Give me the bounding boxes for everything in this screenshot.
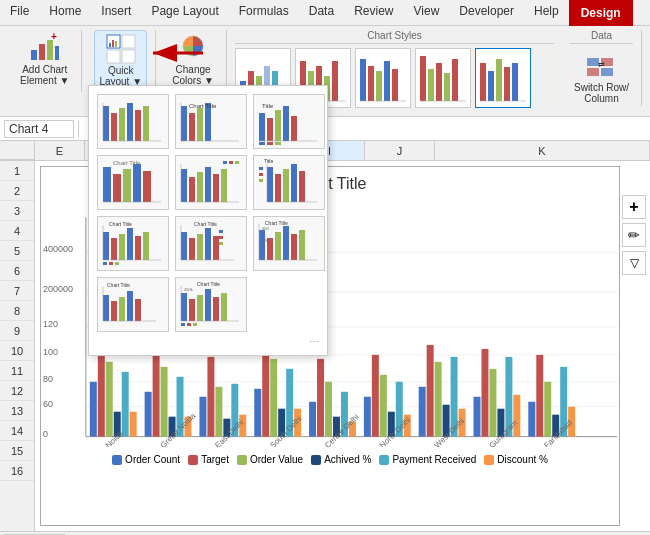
svg-rect-206 [259,230,265,260]
svg-rect-44 [587,68,599,76]
name-box[interactable]: Chart 4 [4,120,74,138]
red-arrow-indicator [148,38,208,71]
quick-layout-button[interactable]: QuickLayout ▼ [94,30,147,90]
layout-option-6[interactable]: Title [253,155,325,210]
quick-layout-group: QuickLayout ▼ [86,30,156,90]
svg-rect-115 [536,355,543,437]
layout-option-11[interactable]: Chart Title 400k [175,277,247,332]
svg-rect-185 [119,234,125,260]
legend-color-achieved [311,455,321,465]
svg-rect-8 [122,50,135,63]
svg-rect-138 [189,113,195,141]
legend-color-discount [484,455,494,465]
layout-option-8[interactable]: Chart Title [175,216,247,271]
tab-view[interactable]: View [404,0,450,25]
svg-rect-137 [181,106,187,141]
switch-icon: ⇄ [585,50,617,82]
row-header-4[interactable]: 4 [0,221,34,241]
add-chart-element-button[interactable]: + Add ChartElement ▼ [16,30,73,88]
chart-style-4[interactable] [415,48,471,108]
layout-option-1[interactable] [97,94,169,149]
row-header-6[interactable]: 6 [0,261,34,281]
svg-text:400k: 400k [184,287,193,292]
svg-rect-219 [119,297,125,321]
chart-style-3[interactable] [355,48,411,108]
tab-home[interactable]: Home [39,0,91,25]
row-header-14[interactable]: 14 [0,421,34,441]
row-header-15[interactable]: 15 [0,441,34,461]
svg-rect-153 [275,142,281,145]
svg-text:Chart Title: Chart Title [189,103,217,109]
layout-option-3[interactable]: Title [253,94,325,149]
layout-option-10[interactable]: Chart Title [97,277,169,332]
row-header-1[interactable]: 1 [0,161,34,181]
row-header-5[interactable]: 5 [0,241,34,261]
svg-rect-110 [489,369,496,437]
tab-data[interactable]: Data [299,0,344,25]
svg-rect-170 [229,161,233,164]
col-header-E[interactable]: E [35,141,85,160]
layout-option-5[interactable] [175,155,247,210]
tab-design[interactable]: Design [569,0,633,26]
svg-text:+: + [51,32,57,42]
layout-option-9[interactable]: Chart Title 400 200 [253,216,325,271]
svg-rect-230 [221,293,227,321]
svg-rect-163 [197,172,203,202]
tab-formulas[interactable]: Formulas [229,0,299,25]
quick-layout-dropdown[interactable]: Chart Title Title [88,85,328,356]
row-header-16[interactable]: 16 [0,461,34,481]
svg-rect-0 [31,50,37,60]
svg-rect-133 [135,110,141,141]
layout-option-4[interactable]: Chart Title [97,155,169,210]
svg-rect-235 [187,323,191,326]
chart-plus-button[interactable]: + [622,195,646,219]
row-header-8[interactable]: 8 [0,301,34,321]
svg-rect-179 [259,167,263,170]
svg-rect-7 [107,50,120,63]
row-header-10[interactable]: 10 [0,341,34,361]
row-header-11[interactable]: 11 [0,361,34,381]
row-header-3[interactable]: 3 [0,201,34,221]
chart-legend: Order Count Target Order Value Achived % [41,454,619,465]
col-header-J[interactable]: J [365,141,435,160]
chart-tools-sidebar: + ✏ ▽ [618,191,650,279]
svg-rect-234 [181,323,185,326]
switch-row-column-button[interactable]: ⇄ Switch Row/Column [570,48,633,106]
svg-rect-85 [262,345,269,437]
svg-rect-1 [39,44,45,60]
col-header-K[interactable]: K [435,141,650,160]
tab-review[interactable]: Review [344,0,403,25]
row-header-9[interactable]: 9 [0,321,34,341]
tab-insert[interactable]: Insert [91,0,141,25]
svg-text:400000: 400000 [43,244,73,254]
tab-page-layout[interactable]: Page Layout [141,0,228,25]
tab-help[interactable]: Help [524,0,569,25]
svg-rect-86 [270,359,277,437]
row-header-2[interactable]: 2 [0,181,34,201]
layout-option-2[interactable]: Chart Title [175,94,247,149]
svg-rect-70 [122,372,129,437]
row-header-7[interactable]: 7 [0,281,34,301]
chart-style-5[interactable] [475,48,531,108]
data-group: Data ⇄ Switch Row/Column [562,30,642,106]
chart-filter-button[interactable]: ▽ [622,251,646,275]
svg-rect-33 [436,63,442,101]
svg-rect-187 [135,236,141,260]
row-header-12[interactable]: 12 [0,381,34,401]
row-header-13[interactable]: 13 [0,401,34,421]
svg-rect-91 [317,359,324,437]
formula-bar-divider [78,121,79,137]
svg-rect-74 [161,367,168,437]
tab-developer[interactable]: Developer [449,0,524,25]
tab-file[interactable]: File [0,0,39,25]
svg-rect-195 [181,232,187,260]
legend-color-target [188,455,198,465]
svg-rect-184 [111,238,117,260]
layout-option-7[interactable]: Chart Title [97,216,169,271]
dropdown-bottom: ⋯ [97,332,319,347]
svg-rect-67 [98,342,105,437]
svg-rect-29 [392,69,398,101]
chart-brush-button[interactable]: ✏ [622,223,646,247]
svg-text:Chart Title: Chart Title [113,160,141,166]
svg-rect-156 [123,169,131,202]
